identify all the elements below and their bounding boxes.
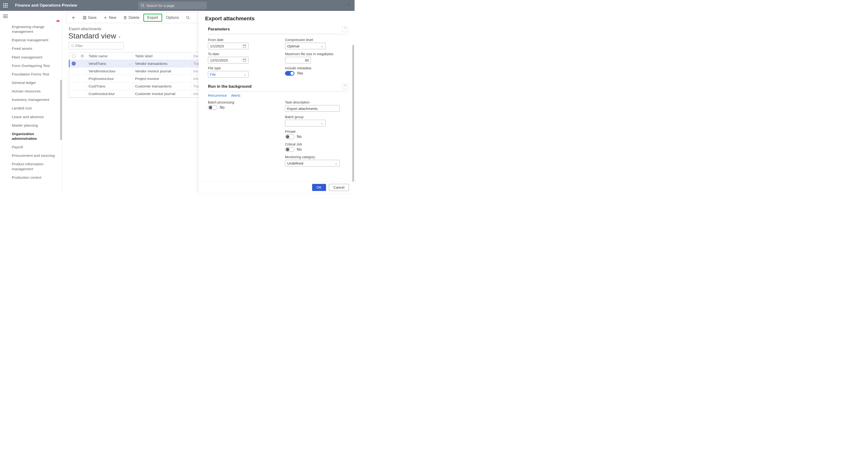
calendar-icon[interactable] xyxy=(243,44,246,48)
monitoring-select[interactable]: Undefined ⌄ xyxy=(285,160,340,166)
table-row[interactable]: CustTransCustomer transactionsTra xyxy=(69,83,200,90)
delete-button[interactable]: Delete xyxy=(120,14,143,22)
nav-list: 📌 Engineering change managementExpense m… xyxy=(11,11,62,193)
sidebar-scroll-thumb[interactable] xyxy=(60,80,62,140)
cell-table-name[interactable]: VendTrans⌄ xyxy=(87,62,133,66)
svg-point-0 xyxy=(141,4,144,6)
sidebar-item[interactable]: Payroll xyxy=(11,143,62,151)
export-button[interactable]: Export xyxy=(143,14,162,22)
private-toggle[interactable] xyxy=(285,134,294,139)
to-date-input[interactable]: 12/31/2023 xyxy=(208,57,248,63)
select-all-checkbox[interactable] xyxy=(72,54,76,58)
compression-label: Compression level xyxy=(285,38,348,42)
to-date-label: To date xyxy=(208,52,271,56)
cell-table-name[interactable]: CustInvoiceJour xyxy=(87,92,133,96)
chevron-down-icon: ⌄ xyxy=(244,72,246,76)
arrow-left-icon xyxy=(71,15,76,20)
max-file-value: 90 xyxy=(305,58,309,62)
cell-table-label: Customer transactions xyxy=(133,84,191,88)
table-row[interactable]: ✓VendTrans⌄Vendor transactionsTra xyxy=(69,60,200,67)
max-file-label: Maximum file size in megabytes xyxy=(285,52,348,56)
sidebar-item[interactable]: Form Overlayering Test xyxy=(11,62,62,70)
sidebar-item[interactable]: Master planning xyxy=(11,121,62,130)
app-launcher-icon[interactable] xyxy=(0,0,11,11)
background-heading-text: Run in the background xyxy=(208,84,251,89)
monitoring-label: Monitoring category xyxy=(285,155,348,159)
sidebar-item[interactable]: Procurement and sourcing xyxy=(11,151,62,160)
sidebar-item[interactable]: Landed cost xyxy=(11,104,62,113)
compression-select[interactable]: Optimal ⌄ xyxy=(285,43,326,49)
monitoring-value: Undefined xyxy=(287,161,303,165)
sidebar-item[interactable]: General ledger xyxy=(11,78,62,87)
file-type-select[interactable]: File ⌄ xyxy=(208,71,248,77)
hamburger-icon[interactable] xyxy=(3,14,8,18)
parameters-heading[interactable]: Parameters ˄ xyxy=(208,25,348,34)
filter-placeholder: Filter xyxy=(75,44,83,48)
cell-table-name[interactable]: ProjInvoiceJour xyxy=(87,76,133,81)
alerts-link[interactable]: Alerts xyxy=(231,93,241,98)
sidebar-item[interactable]: Engineering change management xyxy=(11,23,62,36)
from-date-input[interactable]: 1/1/2023 xyxy=(208,43,248,49)
critical-value: No xyxy=(297,147,302,152)
col-table-name[interactable]: Table name xyxy=(87,54,133,58)
panel-title: Export attachments xyxy=(198,11,354,25)
background-heading[interactable]: Run in the background ˄ xyxy=(208,82,348,92)
chevron-down-icon: ⌄ xyxy=(335,161,338,165)
table-row[interactable]: VendInvoiceJourVendor invoice journalInv xyxy=(69,67,200,75)
cell-table-name[interactable]: CustTrans xyxy=(87,84,133,88)
new-button[interactable]: New xyxy=(100,14,120,22)
trash-icon xyxy=(123,16,127,20)
include-meta-value: Yes xyxy=(297,71,303,75)
table-row[interactable]: ProjInvoiceJourProject invoiceInv xyxy=(69,75,200,83)
ok-button[interactable]: OK xyxy=(312,184,326,191)
sidebar-item[interactable]: Fixed assets xyxy=(11,44,62,53)
global-search[interactable]: Search for a page xyxy=(138,2,207,9)
batch-group-select[interactable]: ⌄ xyxy=(285,120,326,126)
sidebar-item[interactable]: Product information management xyxy=(11,160,62,173)
refresh-icon[interactable] xyxy=(79,54,87,58)
file-type-value: File xyxy=(210,72,216,76)
table-row[interactable]: CustInvoiceJourCustomer invoice journalI… xyxy=(69,90,200,98)
sidebar-item[interactable]: Production control xyxy=(11,173,62,182)
sidebar-item[interactable]: Human resources xyxy=(11,87,62,95)
recurrence-link[interactable]: Recurrence xyxy=(208,93,227,98)
critical-toggle[interactable] xyxy=(285,147,294,152)
help-icon[interactable]: ? xyxy=(346,2,351,9)
max-file-input[interactable]: 90 xyxy=(285,57,311,63)
sidebar-item[interactable]: Leave and absence xyxy=(11,113,62,121)
cell-table-label: Vendor transactions xyxy=(133,62,191,66)
filter-input[interactable]: Filter xyxy=(69,42,124,49)
save-button[interactable]: Save xyxy=(80,14,100,22)
cell-table-label: Vendor invoice journal xyxy=(133,69,191,73)
app-title: Finance and Operations Preview xyxy=(15,3,77,8)
row-checkbox-checked[interactable]: ✓ xyxy=(72,62,76,66)
svg-line-1 xyxy=(143,6,144,7)
options-button[interactable]: Options xyxy=(163,14,182,22)
sidebar-item[interactable]: Fleet management xyxy=(11,53,62,62)
export-label: Export xyxy=(147,15,158,20)
chevron-up-icon[interactable]: ˄ xyxy=(342,84,348,89)
include-meta-toggle[interactable] xyxy=(285,71,294,76)
chevron-up-icon[interactable]: ˄ xyxy=(342,26,348,32)
batch-processing-toggle[interactable] xyxy=(208,105,217,110)
panel-scroll-thumb[interactable] xyxy=(352,45,354,182)
topbar: Finance and Operations Preview Search fo… xyxy=(0,0,354,11)
task-desc-input[interactable]: Export attachments xyxy=(285,105,340,112)
save-icon xyxy=(83,16,87,20)
to-date-value: 12/31/2023 xyxy=(210,58,228,62)
svg-rect-17 xyxy=(243,45,246,48)
batch-group-label: Batch group xyxy=(285,115,348,119)
col-table-label[interactable]: Table label xyxy=(133,54,191,58)
cell-table-name[interactable]: VendInvoiceJour xyxy=(87,69,133,73)
sidebar-item[interactable]: Foundation Forms Test xyxy=(11,70,62,78)
save-label: Save xyxy=(88,15,96,20)
sidebar-item[interactable]: Organization administration xyxy=(11,130,62,143)
sidebar-item[interactable]: Inventory management xyxy=(11,95,62,104)
cancel-button[interactable]: Cancel xyxy=(329,184,349,191)
grid-header: Table name Table label Da xyxy=(69,52,200,60)
actionbar-search[interactable] xyxy=(183,14,193,22)
search-icon xyxy=(71,44,74,48)
sidebar-item[interactable]: Expense management xyxy=(11,36,62,44)
back-button[interactable] xyxy=(68,14,79,22)
calendar-icon[interactable] xyxy=(243,58,246,62)
